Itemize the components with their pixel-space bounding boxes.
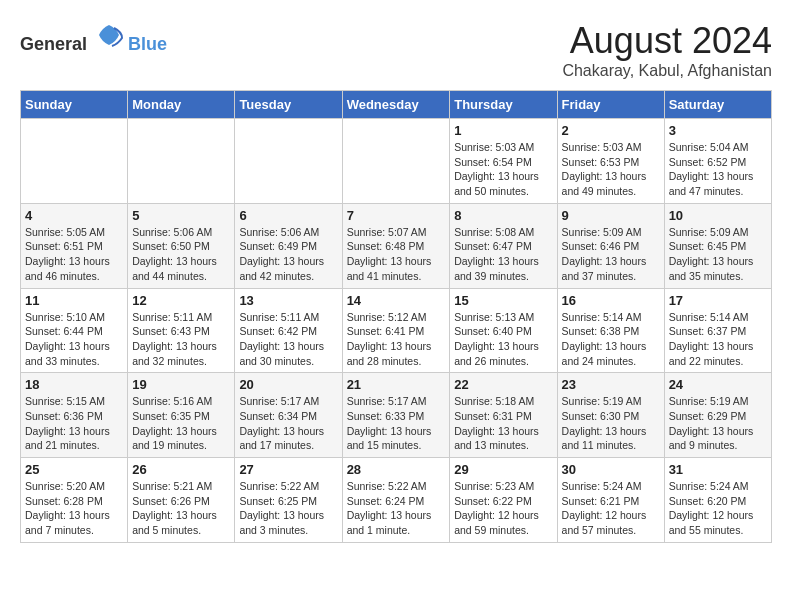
day-number: 14 bbox=[347, 293, 446, 308]
day-info: Sunrise: 5:04 AM Sunset: 6:52 PM Dayligh… bbox=[669, 140, 767, 199]
main-title: August 2024 bbox=[562, 20, 772, 62]
calendar-cell: 8Sunrise: 5:08 AM Sunset: 6:47 PM Daylig… bbox=[450, 203, 557, 288]
week-row-2: 4Sunrise: 5:05 AM Sunset: 6:51 PM Daylig… bbox=[21, 203, 772, 288]
week-row-3: 11Sunrise: 5:10 AM Sunset: 6:44 PM Dayli… bbox=[21, 288, 772, 373]
day-number: 22 bbox=[454, 377, 552, 392]
weekday-header-wednesday: Wednesday bbox=[342, 91, 450, 119]
calendar-cell: 23Sunrise: 5:19 AM Sunset: 6:30 PM Dayli… bbox=[557, 373, 664, 458]
day-info: Sunrise: 5:18 AM Sunset: 6:31 PM Dayligh… bbox=[454, 394, 552, 453]
day-info: Sunrise: 5:16 AM Sunset: 6:35 PM Dayligh… bbox=[132, 394, 230, 453]
day-info: Sunrise: 5:09 AM Sunset: 6:45 PM Dayligh… bbox=[669, 225, 767, 284]
title-area: August 2024 Chakaray, Kabul, Afghanistan bbox=[562, 20, 772, 80]
day-info: Sunrise: 5:24 AM Sunset: 6:20 PM Dayligh… bbox=[669, 479, 767, 538]
day-number: 15 bbox=[454, 293, 552, 308]
calendar-cell: 22Sunrise: 5:18 AM Sunset: 6:31 PM Dayli… bbox=[450, 373, 557, 458]
weekday-header-monday: Monday bbox=[128, 91, 235, 119]
week-row-1: 1Sunrise: 5:03 AM Sunset: 6:54 PM Daylig… bbox=[21, 119, 772, 204]
calendar-cell bbox=[21, 119, 128, 204]
weekday-header-tuesday: Tuesday bbox=[235, 91, 342, 119]
day-number: 4 bbox=[25, 208, 123, 223]
day-info: Sunrise: 5:10 AM Sunset: 6:44 PM Dayligh… bbox=[25, 310, 123, 369]
day-info: Sunrise: 5:23 AM Sunset: 6:22 PM Dayligh… bbox=[454, 479, 552, 538]
day-info: Sunrise: 5:14 AM Sunset: 6:38 PM Dayligh… bbox=[562, 310, 660, 369]
day-number: 21 bbox=[347, 377, 446, 392]
calendar-cell: 1Sunrise: 5:03 AM Sunset: 6:54 PM Daylig… bbox=[450, 119, 557, 204]
day-info: Sunrise: 5:05 AM Sunset: 6:51 PM Dayligh… bbox=[25, 225, 123, 284]
day-number: 26 bbox=[132, 462, 230, 477]
calendar-cell: 18Sunrise: 5:15 AM Sunset: 6:36 PM Dayli… bbox=[21, 373, 128, 458]
calendar-cell: 30Sunrise: 5:24 AM Sunset: 6:21 PM Dayli… bbox=[557, 458, 664, 543]
calendar-cell: 11Sunrise: 5:10 AM Sunset: 6:44 PM Dayli… bbox=[21, 288, 128, 373]
day-info: Sunrise: 5:19 AM Sunset: 6:29 PM Dayligh… bbox=[669, 394, 767, 453]
day-number: 7 bbox=[347, 208, 446, 223]
week-row-4: 18Sunrise: 5:15 AM Sunset: 6:36 PM Dayli… bbox=[21, 373, 772, 458]
calendar-cell: 12Sunrise: 5:11 AM Sunset: 6:43 PM Dayli… bbox=[128, 288, 235, 373]
day-info: Sunrise: 5:03 AM Sunset: 6:53 PM Dayligh… bbox=[562, 140, 660, 199]
day-info: Sunrise: 5:17 AM Sunset: 6:33 PM Dayligh… bbox=[347, 394, 446, 453]
day-number: 23 bbox=[562, 377, 660, 392]
calendar-cell: 27Sunrise: 5:22 AM Sunset: 6:25 PM Dayli… bbox=[235, 458, 342, 543]
calendar-cell: 17Sunrise: 5:14 AM Sunset: 6:37 PM Dayli… bbox=[664, 288, 771, 373]
sub-title: Chakaray, Kabul, Afghanistan bbox=[562, 62, 772, 80]
calendar-cell: 5Sunrise: 5:06 AM Sunset: 6:50 PM Daylig… bbox=[128, 203, 235, 288]
logo: General Blue bbox=[20, 20, 167, 55]
calendar-cell: 20Sunrise: 5:17 AM Sunset: 6:34 PM Dayli… bbox=[235, 373, 342, 458]
day-info: Sunrise: 5:08 AM Sunset: 6:47 PM Dayligh… bbox=[454, 225, 552, 284]
day-info: Sunrise: 5:13 AM Sunset: 6:40 PM Dayligh… bbox=[454, 310, 552, 369]
logo-general: General bbox=[20, 34, 87, 54]
weekday-header-saturday: Saturday bbox=[664, 91, 771, 119]
day-number: 12 bbox=[132, 293, 230, 308]
day-info: Sunrise: 5:03 AM Sunset: 6:54 PM Dayligh… bbox=[454, 140, 552, 199]
weekday-header-sunday: Sunday bbox=[21, 91, 128, 119]
logo-icon bbox=[94, 20, 124, 50]
calendar-cell: 13Sunrise: 5:11 AM Sunset: 6:42 PM Dayli… bbox=[235, 288, 342, 373]
day-info: Sunrise: 5:06 AM Sunset: 6:50 PM Dayligh… bbox=[132, 225, 230, 284]
calendar-body: 1Sunrise: 5:03 AM Sunset: 6:54 PM Daylig… bbox=[21, 119, 772, 543]
calendar-cell: 19Sunrise: 5:16 AM Sunset: 6:35 PM Dayli… bbox=[128, 373, 235, 458]
day-number: 27 bbox=[239, 462, 337, 477]
calendar-cell: 6Sunrise: 5:06 AM Sunset: 6:49 PM Daylig… bbox=[235, 203, 342, 288]
calendar-cell: 25Sunrise: 5:20 AM Sunset: 6:28 PM Dayli… bbox=[21, 458, 128, 543]
day-number: 2 bbox=[562, 123, 660, 138]
day-info: Sunrise: 5:22 AM Sunset: 6:24 PM Dayligh… bbox=[347, 479, 446, 538]
calendar-cell: 24Sunrise: 5:19 AM Sunset: 6:29 PM Dayli… bbox=[664, 373, 771, 458]
weekday-header-thursday: Thursday bbox=[450, 91, 557, 119]
day-info: Sunrise: 5:11 AM Sunset: 6:42 PM Dayligh… bbox=[239, 310, 337, 369]
day-info: Sunrise: 5:24 AM Sunset: 6:21 PM Dayligh… bbox=[562, 479, 660, 538]
calendar-cell: 4Sunrise: 5:05 AM Sunset: 6:51 PM Daylig… bbox=[21, 203, 128, 288]
day-number: 31 bbox=[669, 462, 767, 477]
day-info: Sunrise: 5:20 AM Sunset: 6:28 PM Dayligh… bbox=[25, 479, 123, 538]
logo-text: General Blue bbox=[20, 20, 167, 55]
day-number: 8 bbox=[454, 208, 552, 223]
calendar-header: SundayMondayTuesdayWednesdayThursdayFrid… bbox=[21, 91, 772, 119]
day-number: 13 bbox=[239, 293, 337, 308]
week-row-5: 25Sunrise: 5:20 AM Sunset: 6:28 PM Dayli… bbox=[21, 458, 772, 543]
day-number: 20 bbox=[239, 377, 337, 392]
day-number: 29 bbox=[454, 462, 552, 477]
header: General Blue August 2024 Chakaray, Kabul… bbox=[20, 20, 772, 80]
day-number: 30 bbox=[562, 462, 660, 477]
day-info: Sunrise: 5:11 AM Sunset: 6:43 PM Dayligh… bbox=[132, 310, 230, 369]
day-number: 9 bbox=[562, 208, 660, 223]
day-info: Sunrise: 5:07 AM Sunset: 6:48 PM Dayligh… bbox=[347, 225, 446, 284]
weekday-header-row: SundayMondayTuesdayWednesdayThursdayFrid… bbox=[21, 91, 772, 119]
calendar-cell: 7Sunrise: 5:07 AM Sunset: 6:48 PM Daylig… bbox=[342, 203, 450, 288]
day-number: 28 bbox=[347, 462, 446, 477]
calendar-table: SundayMondayTuesdayWednesdayThursdayFrid… bbox=[20, 90, 772, 543]
day-number: 17 bbox=[669, 293, 767, 308]
calendar-cell: 29Sunrise: 5:23 AM Sunset: 6:22 PM Dayli… bbox=[450, 458, 557, 543]
day-number: 1 bbox=[454, 123, 552, 138]
day-info: Sunrise: 5:15 AM Sunset: 6:36 PM Dayligh… bbox=[25, 394, 123, 453]
calendar-cell: 16Sunrise: 5:14 AM Sunset: 6:38 PM Dayli… bbox=[557, 288, 664, 373]
day-number: 19 bbox=[132, 377, 230, 392]
calendar-cell: 9Sunrise: 5:09 AM Sunset: 6:46 PM Daylig… bbox=[557, 203, 664, 288]
day-number: 24 bbox=[669, 377, 767, 392]
calendar-cell bbox=[235, 119, 342, 204]
calendar-cell: 15Sunrise: 5:13 AM Sunset: 6:40 PM Dayli… bbox=[450, 288, 557, 373]
day-info: Sunrise: 5:14 AM Sunset: 6:37 PM Dayligh… bbox=[669, 310, 767, 369]
day-info: Sunrise: 5:12 AM Sunset: 6:41 PM Dayligh… bbox=[347, 310, 446, 369]
calendar-cell: 21Sunrise: 5:17 AM Sunset: 6:33 PM Dayli… bbox=[342, 373, 450, 458]
day-number: 18 bbox=[25, 377, 123, 392]
calendar-cell: 3Sunrise: 5:04 AM Sunset: 6:52 PM Daylig… bbox=[664, 119, 771, 204]
day-number: 16 bbox=[562, 293, 660, 308]
